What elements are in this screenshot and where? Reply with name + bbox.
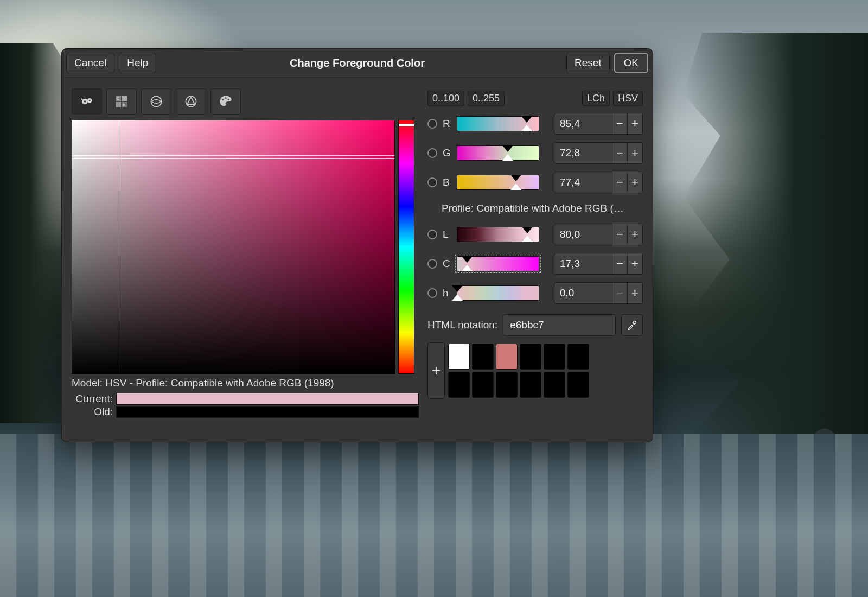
channel-slider-c[interactable] [457, 256, 539, 271]
svg-marker-13 [187, 97, 195, 104]
sv-crosshair-v [119, 120, 119, 373]
channel-spin-l[interactable]: 80,0 −+ [554, 224, 643, 245]
channel-radio-c[interactable] [427, 259, 437, 269]
color-chooser-dialog: Cancel Help Change Foreground Color Rese… [61, 48, 653, 442]
eyedropper-button[interactable] [621, 314, 643, 336]
history-swatch[interactable] [520, 372, 541, 398]
channel-spin-b[interactable]: 77,4 −+ [554, 172, 643, 193]
history-swatch[interactable] [520, 344, 541, 370]
spin-minus-g[interactable]: − [612, 143, 627, 163]
add-to-history-button[interactable]: + [427, 342, 445, 399]
cmyk-icon: CYK [114, 94, 129, 109]
reset-button[interactable]: Reset [566, 53, 610, 73]
channel-row-h: h 0,0 −+ [427, 282, 643, 304]
channel-radio-r[interactable] [427, 119, 437, 129]
channel-value-g[interactable]: 72,8 [554, 147, 612, 159]
channel-spin-c[interactable]: 17,3 −+ [554, 253, 643, 275]
help-button[interactable]: Help [119, 53, 156, 73]
range-0-100-toggle[interactable]: 0..100 [427, 91, 464, 106]
history-swatch[interactable] [448, 344, 470, 370]
channel-value-l[interactable]: 80,0 [554, 228, 612, 240]
svg-text:K: K [123, 103, 126, 107]
history-swatch[interactable] [567, 344, 589, 370]
channel-value-c[interactable]: 17,3 [554, 258, 612, 270]
old-color-swatch[interactable] [116, 406, 419, 418]
svg-text:Y: Y [123, 97, 126, 100]
channel-slider-g[interactable] [457, 145, 539, 161]
current-color-swatch[interactable] [116, 393, 419, 405]
cancel-button[interactable]: Cancel [66, 53, 114, 73]
svg-text:C: C [117, 97, 119, 100]
history-swatch[interactable] [496, 344, 518, 370]
channel-label-h: h [443, 287, 451, 299]
channel-radio-g[interactable] [427, 148, 437, 158]
tab-wheel-selector[interactable] [176, 88, 206, 115]
channel-radio-b[interactable] [427, 177, 437, 187]
hue-slider[interactable] [398, 120, 414, 374]
tab-watercolor-selector[interactable] [141, 88, 171, 115]
spin-minus-c[interactable]: − [612, 253, 627, 274]
channel-row-l: L 80,0 −+ [427, 223, 643, 246]
svg-point-14 [222, 99, 224, 101]
channel-slider-l[interactable] [457, 227, 539, 242]
model-hsv-toggle[interactable]: HSV [613, 91, 643, 106]
hue-slider-marker [399, 124, 414, 126]
range-0-255-toggle[interactable]: 0..255 [468, 91, 505, 106]
channel-value-h[interactable]: 0,0 [554, 287, 612, 299]
spin-plus-r[interactable]: + [627, 113, 642, 134]
channel-radio-h[interactable] [427, 288, 437, 298]
channel-label-g: G [443, 147, 451, 159]
channel-label-l: L [443, 228, 451, 240]
spin-plus-c[interactable]: + [627, 253, 642, 274]
spin-plus-g[interactable]: + [627, 143, 642, 163]
html-notation-input[interactable]: e6bbc7 [503, 314, 616, 336]
spin-plus-h[interactable]: + [627, 283, 642, 303]
model-lch-toggle[interactable]: LCh [582, 91, 610, 106]
channel-row-r: R 85,4 −+ [427, 112, 643, 135]
channel-row-c: C 17,3 −+ [427, 252, 643, 275]
tab-gimp-selector[interactable] [72, 88, 102, 115]
channel-spin-g[interactable]: 72,8 −+ [554, 142, 643, 164]
svg-point-11 [151, 96, 161, 106]
channel-row-b: B 77,4 −+ [427, 171, 643, 194]
watercolor-icon [149, 94, 164, 109]
tab-palette-selector[interactable] [210, 88, 241, 115]
channel-slider-h[interactable] [457, 285, 539, 301]
channel-slider-b[interactable] [457, 175, 539, 190]
svg-point-16 [228, 99, 230, 101]
spin-minus-l[interactable]: − [612, 224, 627, 245]
channel-spin-r[interactable]: 85,4 −+ [554, 113, 643, 135]
history-swatch[interactable] [472, 344, 494, 370]
color-history: + [427, 342, 643, 399]
history-swatch[interactable] [567, 372, 589, 398]
channel-value-b[interactable]: 77,4 [554, 176, 612, 188]
channel-radio-l[interactable] [427, 230, 437, 239]
ok-button[interactable]: OK [614, 53, 648, 73]
spin-plus-b[interactable]: + [627, 172, 642, 193]
svg-point-2 [84, 100, 86, 103]
saturation-value-canvas[interactable] [72, 120, 395, 374]
channel-slider-r[interactable] [457, 116, 539, 131]
palette-icon [218, 94, 233, 109]
current-color-label: Current: [72, 393, 113, 405]
model-profile-label: Model: HSV - Profile: Compatible with Ad… [72, 377, 419, 389]
history-swatch[interactable] [448, 372, 470, 398]
history-swatch[interactable] [544, 372, 565, 398]
channel-spin-h[interactable]: 0,0 −+ [554, 282, 643, 304]
spin-minus-h[interactable]: − [612, 283, 627, 303]
spin-minus-b[interactable]: − [612, 172, 627, 193]
svg-point-15 [225, 97, 227, 99]
history-swatch[interactable] [496, 372, 518, 398]
eyedropper-icon [627, 320, 637, 331]
svg-rect-6 [116, 102, 122, 107]
old-color-label: Old: [72, 406, 113, 418]
sv-crosshair-h [72, 155, 394, 156]
tab-cmyk-selector[interactable]: CYK [106, 88, 137, 115]
triangle-wheel-icon [183, 94, 199, 109]
svg-point-3 [89, 99, 91, 101]
history-swatch[interactable] [544, 344, 565, 370]
spin-minus-r[interactable]: − [612, 113, 627, 134]
history-swatch[interactable] [472, 372, 494, 398]
channel-value-r[interactable]: 85,4 [554, 118, 612, 130]
spin-plus-l[interactable]: + [627, 224, 642, 245]
